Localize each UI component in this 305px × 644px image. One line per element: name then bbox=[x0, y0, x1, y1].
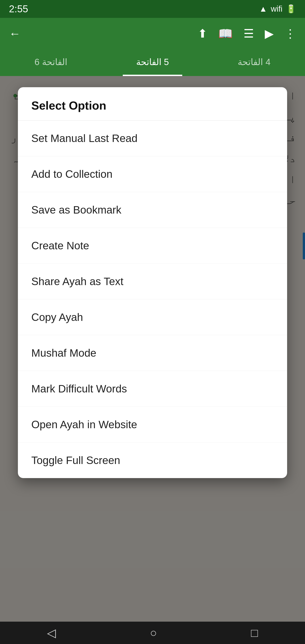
back-icon[interactable]: ← bbox=[9, 27, 20, 40]
nav-recents-icon[interactable]: □ bbox=[251, 626, 258, 640]
share-icon[interactable]: ⬆ bbox=[198, 27, 208, 40]
toolbar-left: ← bbox=[9, 27, 20, 40]
modal-title: Select Option bbox=[18, 87, 287, 120]
bottom-nav: ◁ ○ □ bbox=[0, 622, 305, 644]
nav-back-icon[interactable]: ◁ bbox=[47, 626, 56, 640]
select-option-modal: Select Option Set Manual Last Read Add t… bbox=[18, 87, 287, 478]
toolbar: ← ⬆ 📖 ☰ ▶ ⋮ bbox=[0, 18, 305, 49]
content-area: اور عام لوگ کہتے ہیں کہ ان کے اسباب اور … bbox=[0, 76, 305, 622]
more-icon[interactable]: ⋮ bbox=[284, 27, 296, 40]
signal-icon: ▲ bbox=[259, 4, 267, 14]
tab-fatiha-4[interactable]: 4 الفاتحة bbox=[224, 49, 284, 76]
menu-item-share-ayah-as-text[interactable]: Share Ayah as Text bbox=[18, 264, 287, 300]
tab-fatiha-6[interactable]: الفاتحة 6 bbox=[21, 49, 80, 76]
menu-item-add-to-collection[interactable]: Add to Collection bbox=[18, 156, 287, 192]
quran-icon[interactable]: 📖 bbox=[218, 27, 233, 40]
menu-item-mushaf-mode[interactable]: Mushaf Mode bbox=[18, 335, 287, 371]
menu-item-mark-difficult-words[interactable]: Mark Difficult Words bbox=[18, 371, 287, 407]
menu-item-create-note[interactable]: Create Note bbox=[18, 228, 287, 264]
menu-item-set-manual-last-read[interactable]: Set Manual Last Read bbox=[18, 120, 287, 156]
tab-fatiha-5[interactable]: 5 الفاتحة bbox=[123, 49, 182, 76]
battery-icon: 🔋 bbox=[286, 4, 296, 14]
menu-item-save-as-bookmark[interactable]: Save as Bookmark bbox=[18, 192, 287, 228]
wifi-icon: wifi bbox=[271, 4, 282, 14]
status-bar: 2:55 ▲ wifi 🔋 bbox=[0, 0, 305, 18]
toolbar-right: ⬆ 📖 ☰ ▶ ⋮ bbox=[198, 27, 296, 40]
play-icon[interactable]: ▶ bbox=[265, 27, 274, 40]
menu-item-copy-ayah[interactable]: Copy Ayah bbox=[18, 300, 287, 335]
tab-bar: الفاتحة 6 5 الفاتحة 4 الفاتحة bbox=[0, 49, 305, 76]
menu-item-toggle-full-screen[interactable]: Toggle Full Screen bbox=[18, 442, 287, 478]
status-icons: ▲ wifi 🔋 bbox=[259, 4, 296, 14]
nav-home-icon[interactable]: ○ bbox=[150, 626, 157, 640]
status-time: 2:55 bbox=[9, 3, 28, 14]
menu-item-open-ayah-in-website[interactable]: Open Ayah in Website bbox=[18, 407, 287, 442]
list-icon[interactable]: ☰ bbox=[244, 27, 254, 40]
